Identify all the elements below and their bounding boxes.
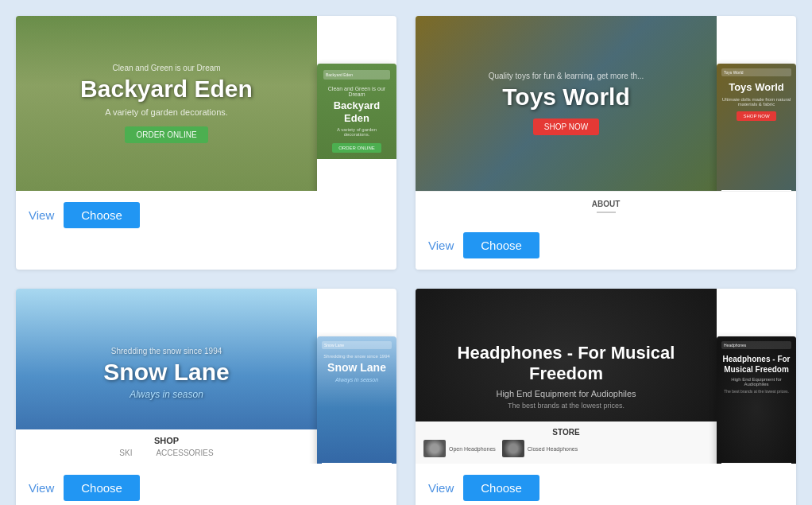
mobile-toys-title: Toys World [729,81,784,94]
snow-tagline: Always in season [130,389,203,400]
mobile-backyard-cta[interactable]: ORDER ONLINE [332,143,381,153]
hp-title: Headphones - For Musical Freedom [416,343,717,385]
mobile-headphones-inner: Headphones Headphones - For Musical Free… [717,336,796,464]
mobile-hp-header: Headphones [721,341,791,349]
backyard-subtitle: Clean and Green is our Dream [112,64,220,72]
mobile-snow-title: Snow Lane [327,361,386,375]
card-backyard-eden: Clean and Green is our Dream Backyard Ed… [16,16,396,270]
toys-cta-button[interactable]: SHOP NOW [533,118,599,135]
snow-shop-label: SHOP [22,436,311,445]
mobile-toys-header: Toys World [721,68,791,76]
preview-snow-lane: Shredding the snow since 1994 Snow Lane … [16,289,396,464]
backyard-title: Backyard Eden [80,76,253,103]
backyard-desc: A variety of garden decorations. [105,107,228,117]
mobile-toys-subtitle: Ultimate dolls made from natural materia… [721,97,791,107]
hp-products-row: Open Headphones Closed Headphones [423,440,709,457]
view-button-toys[interactable]: View [428,239,454,252]
snow-shop-items: SKI ACCESSORIES [22,449,311,457]
desktop-preview-backyard: Clean and Green is our Dream Backyard Ed… [16,16,317,191]
hp-thumb-open [423,440,446,457]
choose-button-toys[interactable]: Choose [463,232,539,258]
hp-store-label: STORE [423,428,709,437]
preview-headphones: Headphones - For Musical Freedom High En… [416,289,796,464]
choose-button-snow[interactable]: Choose [64,475,140,501]
mobile-preview-snow: Snow Lane Shredding the snow since 1994 … [317,336,396,464]
card-footer-backyard: View Choose [16,191,396,239]
mobile-snow-tagline: Always in season [335,377,378,383]
hp-product-closed: Closed Headphones [502,440,578,457]
mobile-backyard-title: Backyard Eden [323,99,390,124]
view-button-snow[interactable]: View [29,481,54,495]
mobile-backyard-inner: Backyard Eden Clean and Green is our Dre… [317,64,396,159]
desktop-preview-toys: Quality toys for fun & learning, get mor… [416,16,717,191]
card-footer-headphones: View Choose [416,464,796,505]
mobile-hp-store: STORE [721,463,791,464]
about-label: ABOUT [592,200,621,208]
toys-subtitle: Quality toys for fun & learning, get mor… [489,72,644,80]
mobile-preview-headphones: Headphones Headphones - For Musical Free… [717,336,796,464]
mobile-hp-desc: The best brands at the lowest prices. [724,389,789,394]
snow-shop-bar: SHOP SKI ACCESSORIES [16,429,317,464]
snow-subtitle: Shredding the snow since 1994 [111,347,222,355]
template-grid: Clean and Green is our Dream Backyard Ed… [16,16,796,505]
mobile-preview-backyard: Backyard Eden Clean and Green is our Dre… [317,64,396,191]
mobile-snow-inner: Snow Lane Shredding the snow since 1994 … [317,336,396,464]
mobile-preview-toys: Toys World Toys World Ultimate dolls mad… [717,64,796,191]
mobile-toys-about: ABOUT [721,190,791,191]
choose-button-headphones[interactable]: Choose [463,475,539,501]
mobile-backyard-desc: A variety of garden decorations. [323,127,390,137]
hp-product-open: Open Headphones [423,440,496,457]
card-headphones: Headphones - For Musical Freedom High En… [416,289,796,505]
card-toys-world: Quality toys for fun & learning, get mor… [416,16,796,270]
backyard-cta-button[interactable]: ORDER ONLINE [125,126,207,143]
mobile-toys-inner: Toys World Toys World Ultimate dolls mad… [717,64,796,191]
mobile-header-text: Backyard Eden [326,72,353,77]
toys-title: Toys World [502,84,630,111]
card-footer-toys: View Choose [416,221,796,270]
hp-header-label: Headphones [724,343,746,348]
snow-header-label: Snow Lane [324,343,344,348]
mobile-header-bar: Backyard Eden [323,70,390,80]
mobile-hp-sub: High End Equipment for Audiophiles [721,377,791,387]
mobile-toys-cta[interactable]: SHOP NOW [737,111,775,121]
snow-shop-ski: SKI [119,449,132,457]
card-snow-lane: Shredding the snow since 1994 Snow Lane … [16,289,396,505]
preview-toys-world: Quality toys for fun & learning, get mor… [416,16,796,191]
mobile-snow-shop: SHOP [322,463,392,464]
mobile-snow-subtitle: Shredding the snow since 1994 [323,354,390,359]
snow-shop-accessories: ACCESSORIES [156,449,213,457]
view-button-backyard[interactable]: View [29,208,54,222]
snow-title: Snow Lane [103,359,229,386]
mobile-backyard-subtitle: Clean and Green is our Dream [323,86,390,97]
hp-thumb-closed [502,440,524,457]
mobile-snow-header: Snow Lane [322,341,392,349]
hp-description: The best brands at the lowest prices. [508,402,624,410]
about-divider [597,212,616,213]
hp-store-strip: STORE Open Headphones Closed Headphones [416,421,717,464]
hp-open-label: Open Headphones [449,446,496,452]
preview-backyard-eden: Clean and Green is our Dream Backyard Ed… [16,16,396,191]
toys-header-label: Toys World [724,70,744,75]
view-button-headphones[interactable]: View [428,481,454,495]
mobile-hp-title: Headphones - For Musical Freedom [721,354,791,375]
about-strip-toys: ABOUT [416,191,796,221]
card-footer-snow: View Choose [16,464,396,505]
hp-subtitle: High End Equipment for Audiophiles [496,389,636,398]
choose-button-backyard[interactable]: Choose [64,202,140,228]
hp-closed-label: Closed Headphones [528,446,578,452]
